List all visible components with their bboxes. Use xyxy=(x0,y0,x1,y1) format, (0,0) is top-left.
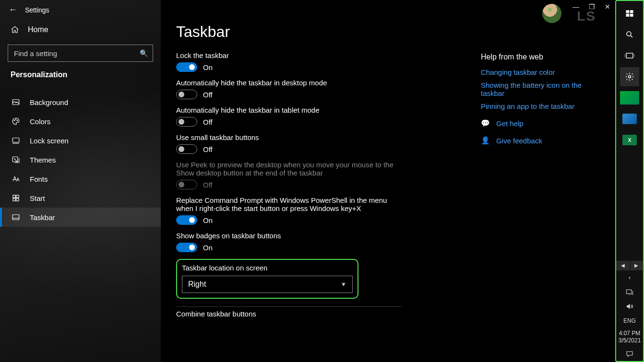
picture-icon xyxy=(12,98,20,106)
system-tray: ◀ ▶ ‹ ENG 4:07 PM 3/5/2021 xyxy=(616,261,643,361)
setting-label-location: Taskbar location on screen xyxy=(182,264,353,272)
tray-time: 4:07 PM xyxy=(619,330,641,338)
svg-point-1 xyxy=(14,120,15,121)
sidebar-item-label: Start xyxy=(30,194,45,202)
help-panel: Help from the web Changing taskbar color… xyxy=(481,53,596,145)
highlight-taskbar-location: Taskbar location on screen Right ▼ xyxy=(176,259,358,299)
sidebar-nav: Background Colors Lock screen Themes Fon… xyxy=(0,93,161,227)
setting-label-badges: Show badges on taskbar buttons xyxy=(176,232,402,240)
fonts-icon xyxy=(12,175,20,183)
tray-scroll-right[interactable]: ▶ xyxy=(630,261,644,270)
start-icon xyxy=(12,194,20,202)
main-content: LS — ❐ ✕ Taskbar Lock the taskbar On Aut… xyxy=(161,0,615,362)
sidebar-item-background[interactable]: Background xyxy=(0,93,161,112)
toggle-badges[interactable] xyxy=(176,243,197,252)
toggle-state: Off xyxy=(203,91,213,99)
tray-action-center-icon[interactable] xyxy=(616,347,643,361)
back-icon[interactable]: ← xyxy=(9,5,17,15)
tray-date: 3/5/2021 xyxy=(619,337,641,345)
taskbar-icon xyxy=(12,213,20,222)
themes-icon xyxy=(12,155,20,164)
taskbar-app-excel[interactable]: X xyxy=(620,130,639,150)
taskview-button[interactable] xyxy=(620,46,639,65)
get-help-link[interactable]: 💬 Get help xyxy=(481,119,596,128)
svg-rect-18 xyxy=(626,290,632,293)
window-title: Settings xyxy=(25,6,49,14)
search-button[interactable] xyxy=(620,25,639,44)
svg-rect-11 xyxy=(626,10,630,13)
start-button[interactable] xyxy=(620,4,639,23)
home-nav[interactable]: Home xyxy=(0,19,161,41)
svg-point-15 xyxy=(627,32,631,36)
settings-sidebar: ← Settings Home 🔍 Personalization Backgr… xyxy=(0,0,161,362)
sidebar-item-label: Fonts xyxy=(30,175,48,183)
svg-rect-16 xyxy=(626,53,632,58)
toggle-state: Off xyxy=(203,118,213,126)
feedback-icon: 👤 xyxy=(481,136,489,145)
svg-point-17 xyxy=(629,76,631,78)
svg-rect-12 xyxy=(630,10,633,13)
divider xyxy=(176,306,402,307)
help-title: Help from the web xyxy=(481,53,596,61)
svg-rect-8 xyxy=(13,199,15,201)
svg-rect-13 xyxy=(626,14,630,17)
minimize-button[interactable]: — xyxy=(572,3,579,11)
windows-taskbar: X ◀ ▶ ‹ ENG 4:07 PM 3/5/2021 xyxy=(615,0,644,362)
lockscreen-icon xyxy=(12,136,20,145)
select-value: Right xyxy=(188,280,206,289)
toggle-state: Off xyxy=(203,181,213,189)
setting-label-autohide-desktop: Automatically hide the taskbar in deskto… xyxy=(176,79,402,87)
search-box[interactable]: 🔍 xyxy=(8,45,153,62)
taskbar-app-photos[interactable] xyxy=(620,109,639,128)
sidebar-item-label: Colors xyxy=(30,117,50,126)
search-icon: 🔍 xyxy=(140,49,148,57)
tray-scroll-left[interactable]: ◀ xyxy=(616,261,630,270)
sidebar-item-taskbar[interactable]: Taskbar xyxy=(0,208,161,227)
svg-rect-14 xyxy=(630,14,633,17)
select-taskbar-location[interactable]: Right ▼ xyxy=(182,276,353,293)
tray-language[interactable]: ENG xyxy=(616,314,643,328)
setting-label-small-buttons: Use small taskbar buttons xyxy=(176,133,402,141)
search-input[interactable] xyxy=(14,49,140,58)
sidebar-item-lockscreen[interactable]: Lock screen xyxy=(0,131,161,150)
help-link[interactable]: Showing the battery icon on the taskbar xyxy=(481,81,596,97)
section-title: Personalization xyxy=(0,69,161,84)
toggle-autohide-desktop[interactable] xyxy=(176,90,197,99)
chat-icon: 💬 xyxy=(481,119,489,128)
sidebar-item-start[interactable]: Start xyxy=(0,188,161,208)
svg-point-2 xyxy=(15,119,16,120)
svg-rect-6 xyxy=(13,195,15,198)
taskbar-app-settings[interactable] xyxy=(620,67,639,86)
page-title: Taskbar xyxy=(176,23,600,41)
setting-label-combine: Combine taskbar buttons xyxy=(176,310,600,318)
help-link[interactable]: Pinning an app to the taskbar xyxy=(481,102,596,110)
watermark: LS xyxy=(577,9,596,24)
sidebar-item-fonts[interactable]: Fonts xyxy=(0,169,161,188)
svg-rect-4 xyxy=(12,138,19,142)
help-link[interactable]: Changing taskbar color xyxy=(481,68,596,76)
toggle-powershell[interactable] xyxy=(176,215,197,225)
toggle-state: On xyxy=(203,244,213,252)
tray-volume-icon[interactable] xyxy=(616,299,643,314)
window-controls: — ❐ ✕ xyxy=(572,3,610,11)
give-feedback-link[interactable]: 👤 Give feedback xyxy=(481,136,596,145)
toggle-lock[interactable] xyxy=(176,62,197,72)
taskbar-app-thumb[interactable] xyxy=(620,88,639,107)
chevron-down-icon: ▼ xyxy=(341,281,346,288)
tray-clock[interactable]: 4:07 PM 3/5/2021 xyxy=(619,328,641,347)
sidebar-item-colors[interactable]: Colors xyxy=(0,112,161,131)
maximize-button[interactable]: ❐ xyxy=(589,3,595,11)
svg-rect-10 xyxy=(12,215,19,220)
setting-label-autohide-tablet: Automatically hide the taskbar in tablet… xyxy=(176,106,402,114)
user-avatar[interactable] xyxy=(542,4,561,23)
sidebar-item-label: Lock screen xyxy=(30,137,69,145)
sidebar-item-label: Themes xyxy=(30,156,56,164)
toggle-state: On xyxy=(203,216,213,224)
tray-overflow[interactable]: ‹ xyxy=(616,270,643,285)
tray-network-icon[interactable] xyxy=(616,285,643,299)
toggle-autohide-tablet[interactable] xyxy=(176,117,197,127)
toggle-small-buttons[interactable] xyxy=(176,144,197,154)
home-icon xyxy=(11,25,19,34)
sidebar-item-themes[interactable]: Themes xyxy=(0,150,161,169)
close-button[interactable]: ✕ xyxy=(605,3,610,11)
